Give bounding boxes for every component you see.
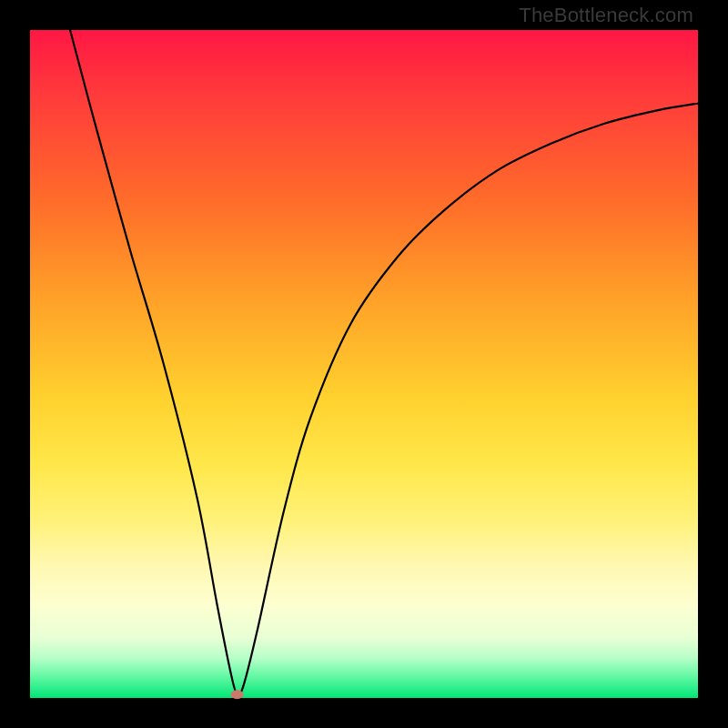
chart-frame: TheBottleneck.com <box>0 0 728 728</box>
bottleneck-curve <box>70 30 698 695</box>
optimal-point-marker <box>231 690 244 699</box>
chart-svg <box>30 30 698 698</box>
watermark-text: TheBottleneck.com <box>519 4 693 27</box>
